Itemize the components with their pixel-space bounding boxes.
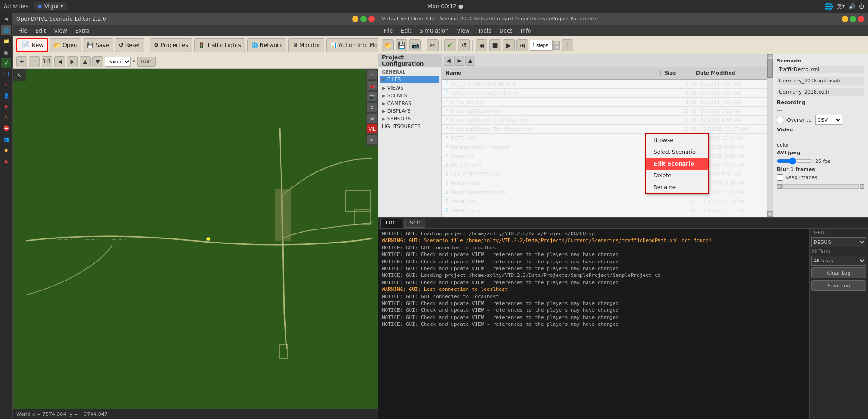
stop-icon[interactable]: ⛔ bbox=[1, 123, 11, 133]
lang-selector[interactable]: 英▾ bbox=[837, 3, 845, 10]
file-row[interactable]: 📄HIL-V2X.xml 74 KB 8/10/20 12:03 AM bbox=[442, 161, 767, 170]
nav-back-button[interactable]: ◀ bbox=[54, 56, 65, 67]
file-row[interactable]: 📄EmergencyCorridor.xml 17 KB 12/23/18 4:… bbox=[442, 143, 767, 152]
debug-select[interactable]: DEBUG bbox=[811, 237, 866, 247]
vtd-menu-simulation[interactable]: Simulation bbox=[416, 27, 452, 35]
new-button[interactable]: 📄 New bbox=[16, 38, 48, 52]
reset-button[interactable]: ↺ Reset bbox=[115, 38, 145, 52]
zoom-reset-button[interactable]: 1:1 bbox=[42, 56, 52, 67]
context-edit-scenario[interactable]: Edit Scenario bbox=[646, 158, 708, 170]
menu-view[interactable]: View bbox=[50, 27, 70, 35]
file-row[interactable]: 📄LKA_GBT26773.xml 1 KB 5/12/21 7:31 AM bbox=[442, 170, 767, 179]
context-browse[interactable]: Browse bbox=[646, 134, 708, 146]
file-row[interactable]: 📄DQT1.xml 4 KB 8/10/20 12:00 AM bbox=[442, 134, 767, 143]
triangle-icon[interactable]: ▲ bbox=[1, 156, 11, 166]
tree-sensors[interactable]: ▶ SENSORS bbox=[380, 115, 439, 123]
step-down[interactable]: ▼ bbox=[553, 45, 560, 50]
file-row[interactable]: 📄AEB_inter-urban_CCRb.xml 6 KB 8/10/20 1… bbox=[442, 89, 767, 98]
save-button[interactable]: 💾 Save bbox=[83, 38, 113, 52]
vtd-menu-info[interactable]: Info bbox=[517, 27, 535, 35]
terminal-icon[interactable]: ▣ bbox=[1, 47, 11, 57]
file-row[interactable]: 📄Crossing8Demo_TriplePlayer.xml 13 KB 12… bbox=[442, 125, 767, 134]
file-row[interactable]: 📄PassingPedestrian.xml 30 KB 8/10/20 12:… bbox=[442, 188, 767, 197]
warning-icon[interactable]: ⚠ bbox=[1, 112, 11, 122]
all-tasks-select[interactable]: All Tasks bbox=[811, 256, 866, 266]
vil-button[interactable]: VIL bbox=[367, 124, 377, 134]
fb-forward[interactable]: ▶ bbox=[454, 56, 464, 66]
overwrite-checkbox[interactable] bbox=[777, 117, 783, 123]
nav-down-button[interactable]: ▼ bbox=[92, 56, 103, 67]
map-canvas[interactable]: ↖ 🚗 📷 ⚙ ⊞ VIL ✏ ↖ bbox=[13, 69, 378, 409]
keep-images-checkbox[interactable] bbox=[777, 174, 783, 181]
scroll-thumb[interactable] bbox=[767, 60, 773, 78]
minimize-btn[interactable] bbox=[352, 16, 358, 22]
mode-select[interactable]: None Draw Edit bbox=[105, 57, 131, 67]
select-tool[interactable]: ↖ bbox=[14, 70, 25, 81]
diamond-icon[interactable]: ◆ bbox=[1, 145, 11, 155]
scp-tab[interactable]: SCP bbox=[404, 219, 425, 228]
code-icon[interactable]: { } bbox=[1, 69, 11, 79]
menu-edit[interactable]: Edit bbox=[32, 27, 49, 35]
browser-icon[interactable]: 🌐 bbox=[1, 25, 11, 35]
scroll-up[interactable]: ▲ bbox=[767, 54, 773, 60]
col-date[interactable]: Date Modified bbox=[692, 70, 760, 76]
play-indicator[interactable]: ⏸ bbox=[562, 39, 573, 51]
file-row[interactable]: 📄Parking.xml 29 KB 12/23/18 4:38 AM bbox=[442, 179, 767, 188]
monitor-button[interactable]: 🖥 Monitor bbox=[288, 38, 324, 52]
tree-views[interactable]: ▶ VIEWS bbox=[380, 84, 439, 92]
menu-file[interactable]: File bbox=[14, 27, 31, 35]
stop-button[interactable]: ■ bbox=[489, 39, 501, 51]
scroll-right[interactable]: ▶ bbox=[860, 184, 864, 189]
person-icon[interactable]: 👤 bbox=[1, 90, 11, 100]
vtd-menu-docs[interactable]: Docs bbox=[496, 27, 516, 35]
undo-button[interactable]: ↺ bbox=[458, 39, 470, 51]
log-tab[interactable]: LOG bbox=[380, 219, 402, 228]
save-project-button[interactable]: 💾 bbox=[396, 39, 407, 51]
tree-files[interactable]: ▶ FILES bbox=[380, 76, 439, 83]
vtd-menu-tools[interactable]: Tools bbox=[474, 27, 495, 35]
close-btn[interactable] bbox=[368, 16, 375, 22]
traffic-lights-button[interactable]: 🚦 Traffic Lights bbox=[194, 38, 245, 52]
save-log-button[interactable]: Save Log bbox=[811, 280, 866, 291]
nav-up-button[interactable]: ▲ bbox=[80, 56, 91, 67]
file-row[interactable]: 📄Crossing8Demo_DualPlayer.xml 13 KB 8/10… bbox=[442, 116, 767, 125]
tree-lightsources[interactable]: LIGHTSOURCES bbox=[380, 123, 439, 130]
csv-select[interactable]: CSV bbox=[815, 115, 842, 125]
camera-button[interactable]: 📷 bbox=[409, 39, 421, 51]
context-rename[interactable]: Rename bbox=[646, 181, 708, 193]
apps-icon[interactable]: ⊞ bbox=[1, 14, 11, 24]
marker-icon[interactable]: ◈ bbox=[1, 101, 11, 111]
fb-back[interactable]: ◀ bbox=[444, 56, 453, 66]
vtd-app-icon[interactable]: V bbox=[1, 58, 11, 68]
open-button[interactable]: 📂 Open bbox=[50, 38, 81, 52]
volume-icon[interactable]: 🔊 bbox=[849, 3, 855, 10]
file-row[interactable]: 📄CPNC_50.xml 4 KB 5/12/21 7:31 AM bbox=[442, 98, 767, 107]
scissors-button[interactable]: ✂ bbox=[427, 39, 439, 51]
file-row[interactable]: 📄Glare.xml 99 KB 12/23/18 4:38 AM bbox=[442, 152, 767, 161]
tree-scenes[interactable]: ▶ SCENES bbox=[380, 92, 439, 100]
properties-button[interactable]: ⚙ Properties bbox=[150, 38, 192, 52]
maximize-btn[interactable] bbox=[360, 16, 367, 22]
menu-extra[interactable]: Extra bbox=[72, 27, 93, 35]
step-up[interactable]: ▲ bbox=[553, 41, 560, 45]
clear-log-button[interactable]: Clear Log bbox=[811, 267, 866, 278]
step-button[interactable]: ⏭ bbox=[516, 39, 528, 51]
search-icon[interactable]: S bbox=[1, 80, 11, 90]
scroll-down[interactable]: ▼ bbox=[767, 211, 773, 217]
team-icon[interactable]: 👥 bbox=[1, 134, 11, 144]
map-tool-edit[interactable]: ✏ bbox=[367, 135, 377, 145]
tree-displays[interactable]: ▶ DISPLAYS bbox=[380, 107, 439, 115]
vtgui-launcher[interactable]: ▣ Vtgui ▾ bbox=[34, 2, 67, 10]
file-row[interactable]: 📄ACC_GBT20608-2006.xml 3 KB 5/12/21 7:31… bbox=[442, 80, 767, 89]
map-tool-select[interactable]: ↖ bbox=[367, 70, 377, 80]
rewind-button[interactable]: ⏮ bbox=[476, 39, 487, 51]
vtd-maximize-btn[interactable] bbox=[850, 16, 856, 22]
files-icon[interactable]: 📁 bbox=[1, 36, 11, 46]
col-name[interactable]: Name bbox=[442, 70, 661, 76]
file-row[interactable]: 📄Crossing8Demo.xml 13 KB 8/10/20 1:09 AM bbox=[442, 107, 767, 116]
vertical-scrollbar[interactable]: ▲ ▼ bbox=[767, 54, 773, 217]
play-button[interactable]: ▶ bbox=[503, 39, 515, 51]
map-tool-grid[interactable]: ⊞ bbox=[367, 113, 377, 123]
vtd-close-btn[interactable] bbox=[858, 16, 864, 22]
file-row[interactable]: 📄SMVIC.xml 1 KB 8/10/20 12:08 AM bbox=[442, 197, 767, 206]
